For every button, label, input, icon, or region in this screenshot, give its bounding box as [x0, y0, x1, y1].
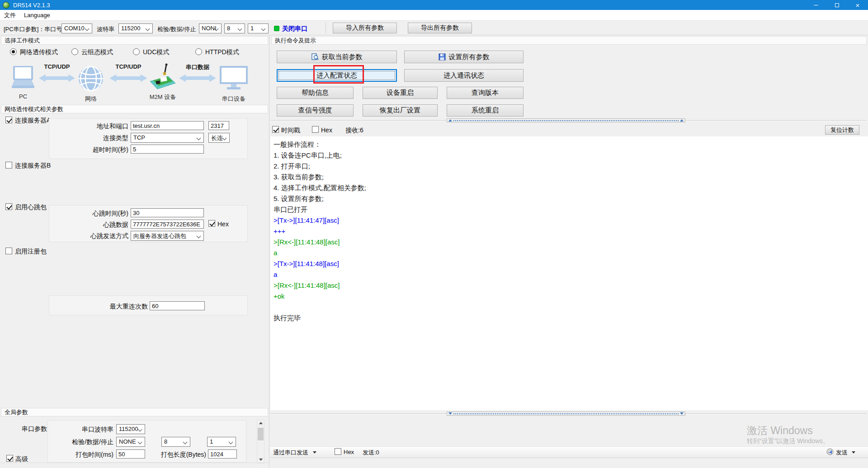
- app-icon: [3, 2, 9, 9]
- reconnect-input[interactable]: 60: [150, 301, 205, 310]
- help-button[interactable]: 帮助信息: [277, 87, 354, 99]
- factory-reset-button[interactable]: 恢复出厂设置: [363, 104, 438, 117]
- baud-label: 波特率: [97, 25, 114, 33]
- get-params-button[interactable]: 获取当前参数: [277, 51, 397, 63]
- log-hex-checkbox[interactable]: [312, 126, 319, 133]
- arrow-pc-net-icon: [39, 74, 75, 84]
- left-bottom-divider: [0, 463, 269, 463]
- scroll-down-icon[interactable]: [257, 456, 264, 463]
- pack-time-label: 打包时间(ms): [59, 451, 113, 459]
- global-serial-panel: 串口波特率 115200 检验/数据/停止 NONE 8 1 打包时间(ms) …: [47, 420, 246, 463]
- menu-language[interactable]: Language: [20, 10, 54, 20]
- hb-data-label: 心跳数据: [76, 221, 128, 229]
- heartbeat-panel: 心跳时间(秒) 30 心跳数据 7777772E7573722E636E Hex…: [49, 205, 248, 242]
- device-restart-button[interactable]: 设备重启: [363, 87, 438, 99]
- close-port-button[interactable]: 关闭串口: [282, 25, 307, 33]
- set-params-button[interactable]: 设置所有参数: [404, 51, 524, 63]
- scroll-up-icon[interactable]: [257, 420, 264, 426]
- send-via-caret-icon[interactable]: [313, 451, 316, 454]
- send-hex-checkbox[interactable]: [335, 448, 341, 455]
- import-params-button[interactable]: 导入所有参数: [333, 23, 397, 33]
- send-button[interactable]: 发送: [836, 449, 848, 457]
- bottom-splitter-handle[interactable]: [447, 412, 685, 416]
- close-icon: ×: [856, 2, 860, 9]
- log-area[interactable]: 一般操作流程：1. 设备连PC串口,上电;2. 打开串口;3. 获取当前参数;4…: [270, 136, 868, 410]
- log-line: a: [274, 269, 868, 280]
- splitter-up-icon: [680, 119, 684, 122]
- log-line: 2. 打开串口;: [274, 161, 868, 172]
- radio-httpd[interactable]: [195, 48, 202, 55]
- pc-icon: [10, 66, 36, 92]
- system-restart-button[interactable]: 系统重启: [447, 104, 524, 117]
- query-version-button[interactable]: 查询版本: [447, 87, 524, 99]
- conn-mode-select[interactable]: 长连: [208, 133, 230, 143]
- menu-file[interactable]: 文件: [0, 10, 20, 20]
- server-addr-input[interactable]: test.usr.cn: [131, 121, 204, 130]
- serial-device-icon: [220, 66, 248, 92]
- server-a-checkbox[interactable]: [5, 117, 12, 123]
- radio-net-transparent-label: 网络透传模式: [20, 48, 58, 56]
- global-scrollbar[interactable]: [257, 419, 264, 463]
- close-button[interactable]: ×: [847, 0, 868, 10]
- arrow-net-m2m-icon: [109, 74, 147, 84]
- g-stopbits-select[interactable]: 1: [207, 437, 236, 447]
- factory-reset-label: 恢复出厂设置: [380, 106, 420, 115]
- global-params-group-title: 全局参数: [1, 408, 268, 417]
- maximize-button[interactable]: [826, 0, 847, 10]
- radio-httpd-label: HTTPD模式: [205, 48, 239, 56]
- serial-port-label: [PC串口参数]：串口号: [4, 25, 62, 33]
- radio-net-transparent[interactable]: [10, 48, 17, 55]
- hb-hex-checkbox[interactable]: [208, 220, 215, 227]
- send-caret-icon[interactable]: [852, 451, 855, 454]
- query-signal-button[interactable]: 查信号强度: [277, 104, 354, 117]
- send-hex-label: Hex: [344, 449, 354, 455]
- hb-mode-select[interactable]: 向服务器发送心跳包: [131, 231, 204, 241]
- port-open-indicator-icon: [274, 26, 279, 31]
- sent-count: 发送:0: [363, 449, 379, 457]
- register-checkbox[interactable]: [5, 248, 12, 254]
- server-port-input[interactable]: 2317: [208, 121, 229, 130]
- link-net-m2m-label: TCP/UDP: [109, 63, 147, 70]
- reconnect-label: 最大重连次数: [76, 303, 148, 311]
- hb-data-input[interactable]: 7777772E7573722E636E: [131, 220, 204, 229]
- g-baud-select[interactable]: 115200: [116, 424, 145, 434]
- radio-cloud[interactable]: [71, 48, 78, 55]
- system-restart-label: 系统重启: [472, 106, 499, 115]
- set-params-label: 设置所有参数: [449, 53, 490, 61]
- pack-time-input[interactable]: 50: [116, 449, 145, 459]
- export-params-button[interactable]: 导出所有参数: [408, 23, 472, 33]
- stopbits-select[interactable]: 1: [248, 23, 269, 33]
- hb-time-input[interactable]: 30: [131, 208, 204, 217]
- radio-udc[interactable]: [133, 48, 140, 55]
- baud-select[interactable]: 115200: [118, 23, 153, 33]
- server-b-label: 连接服务器B: [15, 162, 51, 170]
- heartbeat-label: 启用心跳包: [15, 203, 47, 211]
- scrollbar-thumb[interactable]: [258, 428, 264, 440]
- g-parity-select[interactable]: NONE: [116, 437, 145, 447]
- minimize-button[interactable]: [806, 0, 826, 10]
- timestamp-checkbox[interactable]: [272, 126, 279, 133]
- timeout-input[interactable]: 5: [131, 145, 204, 154]
- advanced-checkbox[interactable]: [6, 455, 13, 462]
- com-port-select[interactable]: COM10: [61, 23, 92, 33]
- enter-comm-button[interactable]: 进入通讯状态: [404, 69, 524, 82]
- g-databits-select[interactable]: 8: [161, 437, 190, 447]
- log-line: >[Tx->][11:41:48][asc]: [274, 258, 868, 269]
- enter-config-button[interactable]: 进入配置状态: [277, 69, 397, 82]
- menu-bar: 文件 Language: [0, 10, 868, 21]
- help-label: 帮助信息: [302, 89, 329, 97]
- network-globe-icon: [78, 66, 104, 93]
- top-splitter-handle[interactable]: [447, 118, 685, 122]
- send-via-serial-dropdown[interactable]: 通过串口发送: [273, 449, 308, 457]
- pack-len-input[interactable]: 1024: [208, 449, 237, 459]
- log-line: +ok: [274, 291, 868, 302]
- databits-select[interactable]: 8: [224, 23, 245, 33]
- server-b-checkbox[interactable]: [5, 162, 12, 168]
- parity-select[interactable]: NONI: [199, 23, 222, 33]
- conn-type-select[interactable]: TCP: [131, 133, 204, 143]
- commands-group-title: 执行命令及提示: [271, 36, 867, 45]
- reset-count-button[interactable]: 复位计数: [825, 125, 859, 135]
- window-title: DR514 V2.1.3: [13, 2, 50, 9]
- heartbeat-checkbox[interactable]: [5, 203, 12, 210]
- server-a-panel: 地址和端口 test.usr.cn 2317 连接类型 TCP 长连 超时时间(…: [49, 118, 248, 159]
